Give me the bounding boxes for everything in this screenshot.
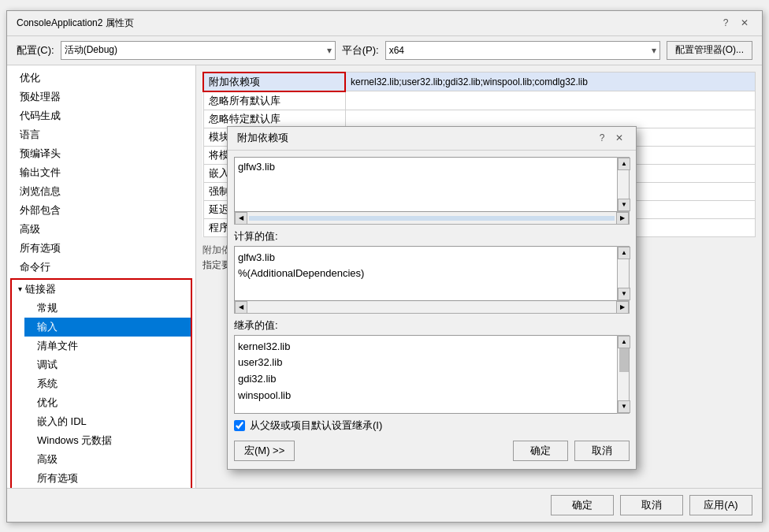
sidebar-item-linker-manifest[interactable]: 清单文件 (24, 337, 191, 355)
platform-select[interactable]: x64 ▾ (385, 41, 660, 60)
prop-value-additional-deps[interactable]: kernel32.lib;user32.lib;gdi32.lib;winspo… (345, 73, 756, 91)
help-button[interactable]: ? (718, 15, 734, 31)
inherited-label: 继承的值: (234, 318, 630, 333)
edit-hscrollbar[interactable]: ◀ ▶ (234, 212, 630, 225)
platform-label: 平台(P): (342, 43, 379, 58)
inherited-box: kernel32.lib user32.lib gdi32.lib winspo… (234, 335, 617, 414)
sidebar-item-linker-system[interactable]: 系统 (24, 374, 191, 393)
sidebar-item-linker-input[interactable]: 输入 (24, 318, 191, 337)
prop-name-ignore-all: 忽略所有默认库 (203, 91, 345, 110)
inherited-line-4: winspool.lib (238, 388, 614, 404)
sidebar-item-linker-optim[interactable]: 优化 (24, 393, 191, 412)
inherited-vscroll-down[interactable]: ▼ (618, 400, 630, 413)
edit-vscroll-down[interactable]: ▼ (618, 199, 630, 211)
inherited-line-3: gdi32.lib (238, 371, 614, 388)
computed-hscroll-track (247, 301, 616, 313)
macro-button[interactable]: 宏(M) >> (234, 441, 295, 461)
prop-name-additional-deps: 附加依赖项 (203, 73, 345, 91)
close-button[interactable]: ✕ (737, 15, 752, 31)
linker-children: 常规 输入 清单文件 调试 系统 优化 嵌入的 IDL Windows 元数据 … (12, 299, 191, 488)
sidebar-item-external[interactable]: 外部包含 (7, 201, 195, 220)
edit-vscrollbar[interactable]: ▲ ▼ (617, 157, 630, 212)
platform-dropdown-arrow: ▾ (652, 45, 656, 56)
inherit-checkbox[interactable] (234, 420, 245, 431)
prop-row-additional-deps: 附加依赖项 kernel32.lib;user32.lib;gdi32.lib;… (203, 73, 756, 91)
inherited-vscrollbar[interactable]: ▲ ▼ (617, 335, 630, 414)
linker-arrow-icon: ▾ (18, 285, 22, 293)
edit-area-container: glfw3.lib ▲ ▼ ◀ ▶ (234, 157, 630, 225)
main-cancel-button[interactable]: 取消 (620, 495, 683, 515)
main-apply-button[interactable]: 应用(A) (689, 495, 752, 515)
main-dialog-title: ConsoleApplication2 属性页 (17, 17, 134, 30)
sidebar-item-output[interactable]: 输出文件 (7, 163, 195, 182)
inherited-line-2: user32.lib (238, 355, 614, 371)
config-dropdown-arrow: ▾ (327, 45, 332, 56)
config-label: 配置(C): (17, 43, 54, 58)
sub-help-button[interactable]: ? (595, 131, 609, 145)
ok-cancel-buttons: 确定 取消 (513, 441, 630, 461)
sidebar-item-codegen[interactable]: 代码生成 (7, 106, 195, 125)
computed-vscrollbar[interactable]: ▲ ▼ (617, 246, 630, 301)
sub-dialog-content: glfw3.lib ▲ ▼ ◀ ▶ 计算的值: (228, 151, 636, 469)
sidebar-item-linker-allopts[interactable]: 所有选项 (24, 469, 191, 488)
bottom-bar: 确定 取消 应用(A) (7, 488, 762, 522)
title-bar: ConsoleApplication2 属性页 ? ✕ (7, 11, 762, 36)
inherit-checkbox-label: 从父级或项目默认设置继承(I) (250, 419, 382, 433)
title-bar-controls: ? ✕ (718, 15, 752, 31)
sidebar-item-pch[interactable]: 预编译头 (7, 144, 195, 163)
config-manager-button[interactable]: 配置管理器(O)... (667, 41, 752, 60)
platform-value: x64 (389, 45, 404, 56)
sidebar-item-browse[interactable]: 浏览信息 (7, 182, 195, 201)
computed-vscroll-up[interactable]: ▲ (618, 247, 630, 259)
computed-line-2: %(AdditionalDependencies) (238, 266, 614, 282)
sidebar-item-advanced[interactable]: 高级 (7, 220, 195, 239)
edit-hscroll-right[interactable]: ▶ (616, 212, 629, 225)
linker-group: ▾ 链接器 常规 输入 清单文件 调试 系统 优化 嵌入的 IDL Window… (10, 278, 192, 488)
config-select[interactable]: 活动(Debug) ▾ (61, 41, 336, 60)
sub-title-controls: ? ✕ (595, 131, 626, 145)
sidebar-item-cmdline[interactable]: 命令行 (7, 258, 195, 277)
inherited-vscroll-up[interactable]: ▲ (618, 336, 630, 348)
edit-text-area[interactable]: glfw3.lib (234, 157, 617, 212)
config-bar: 配置(C): 活动(Debug) ▾ 平台(P): x64 ▾ 配置管理器(O)… (7, 36, 762, 65)
sidebar-item-language[interactable]: 语言 (7, 125, 195, 144)
prop-row-ignore-all: 忽略所有默认库 (203, 91, 756, 110)
computed-hscroll-right[interactable]: ▶ (616, 301, 629, 314)
sub-cancel-button[interactable]: 取消 (574, 441, 630, 461)
computed-line-1: glfw3.lib (238, 250, 614, 266)
computed-box: glfw3.lib %(AdditionalDependencies) (234, 246, 617, 301)
sub-dialog: 附加依赖项 ? ✕ glfw3.lib ▲ ▼ (227, 126, 637, 470)
sidebar-item-linker-idl[interactable]: 嵌入的 IDL (24, 412, 191, 431)
sidebar-item-linker[interactable]: ▾ 链接器 (12, 280, 191, 299)
linker-label: 链接器 (25, 282, 56, 296)
edit-area-inner: glfw3.lib ▲ ▼ (234, 157, 630, 212)
computed-vscroll-track (618, 259, 629, 288)
inherited-area: kernel32.lib user32.lib gdi32.lib winspo… (234, 335, 630, 414)
edit-content: glfw3.lib (238, 161, 275, 173)
computed-hscrollbar[interactable]: ◀ ▶ (234, 301, 630, 314)
sub-close-button[interactable]: ✕ (612, 131, 626, 145)
sidebar: 优化 预处理器 代码生成 语言 预编译头 输出文件 浏览信息 外部包含 高级 所… (7, 65, 196, 488)
sidebar-item-preprocessor[interactable]: 预处理器 (7, 87, 195, 106)
sidebar-item-optimize[interactable]: 优化 (7, 69, 195, 87)
main-ok-button[interactable]: 确定 (551, 495, 614, 515)
sub-title-bar: 附加依赖项 ? ✕ (228, 127, 636, 151)
sidebar-item-linker-debug[interactable]: 调试 (24, 355, 191, 374)
computed-hscroll-left[interactable]: ◀ (235, 301, 247, 314)
edit-hscroll-left[interactable]: ◀ (235, 212, 247, 225)
config-value: 活动(Debug) (65, 43, 117, 57)
sidebar-item-linker-general[interactable]: 常规 (24, 299, 191, 318)
prop-value-ignore-all[interactable] (345, 91, 756, 110)
computed-vscroll-down[interactable]: ▼ (618, 288, 630, 300)
sidebar-item-linker-adv[interactable]: 高级 (24, 450, 191, 469)
edit-vscroll-up[interactable]: ▲ (618, 158, 630, 170)
sub-dialog-buttons: 宏(M) >> 确定 取消 (234, 437, 630, 463)
sidebar-item-all-options[interactable]: 所有选项 (7, 239, 195, 258)
sub-dialog-title: 附加依赖项 (237, 131, 288, 145)
sidebar-item-linker-winmeta[interactable]: Windows 元数据 (24, 431, 191, 450)
edit-hscroll-thumb[interactable] (249, 216, 615, 221)
computed-area: glfw3.lib %(AdditionalDependencies) ▲ ▼ (234, 246, 630, 301)
inherited-vscroll-track (618, 348, 629, 400)
sub-ok-button[interactable]: 确定 (513, 441, 568, 461)
computed-label: 计算的值: (234, 229, 630, 244)
